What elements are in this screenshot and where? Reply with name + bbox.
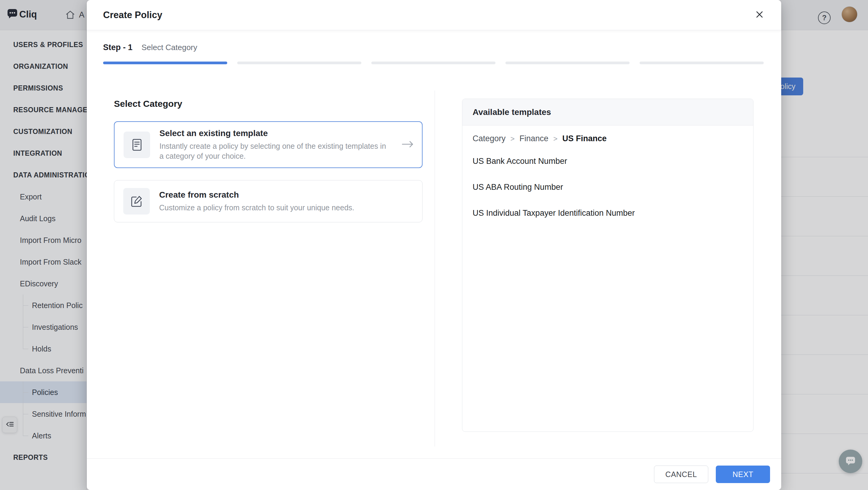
template-item[interactable]: US Individual Taxpayer Identification Nu…	[472, 200, 743, 226]
content-divider	[435, 90, 435, 446]
arrow-right-icon	[401, 140, 414, 149]
step-progress	[103, 62, 764, 64]
select-category-heading: Select Category	[114, 99, 182, 109]
option-title: Select an existing template	[159, 128, 392, 138]
step-progress-segment	[103, 62, 227, 64]
cancel-button[interactable]: CANCEL	[654, 466, 708, 483]
next-button[interactable]: NEXT	[716, 466, 770, 483]
option-create-from-scratch[interactable]: Create from scratch Customize a policy f…	[114, 180, 423, 222]
step-label: Step - 1	[103, 43, 133, 52]
modal-footer: CANCEL NEXT	[87, 458, 781, 490]
step-progress-segment	[237, 62, 361, 64]
template-item[interactable]: US ABA Routing Number	[472, 174, 743, 200]
step-progress-segment	[640, 62, 764, 64]
option-text: Select an existing template Instantly cr…	[159, 128, 392, 161]
option-description: Instantly create a policy by selecting o…	[159, 141, 392, 161]
template-list: US Bank Account NumberUS ABA Routing Num…	[462, 148, 753, 226]
step-name: Select Category	[142, 43, 197, 52]
close-button[interactable]	[754, 10, 765, 21]
template-icon	[124, 132, 150, 158]
step-indicator: Step - 1 Select Category	[103, 43, 197, 52]
breadcrumb-separator: >	[510, 135, 515, 143]
modal-title: Create Policy	[103, 10, 162, 21]
template-item[interactable]: US Bank Account Number	[472, 148, 743, 174]
option-title: Create from scratch	[159, 190, 354, 200]
breadcrumb-category[interactable]: Category	[472, 134, 506, 143]
available-templates-header: Available templates	[462, 99, 753, 125]
breadcrumb-current: US Finance	[562, 134, 607, 143]
step-progress-segment	[505, 62, 629, 64]
option-existing-template[interactable]: Select an existing template Instantly cr…	[114, 121, 423, 168]
available-templates-panel: Available templates Category > Finance >…	[462, 99, 753, 432]
modal-header: Create Policy	[87, 0, 781, 30]
close-icon	[755, 10, 764, 20]
breadcrumb-separator: >	[553, 135, 558, 143]
step-progress-segment	[371, 62, 495, 64]
edit-icon	[123, 188, 150, 214]
create-policy-modal: Create Policy Step - 1 Select Category S…	[87, 0, 781, 490]
option-text: Create from scratch Customize a policy f…	[159, 190, 354, 213]
template-breadcrumb: Category > Finance > US Finance	[462, 125, 753, 143]
breadcrumb-subcategory[interactable]: Finance	[520, 134, 549, 143]
option-description: Customize a policy from scratch to suit …	[159, 203, 354, 213]
